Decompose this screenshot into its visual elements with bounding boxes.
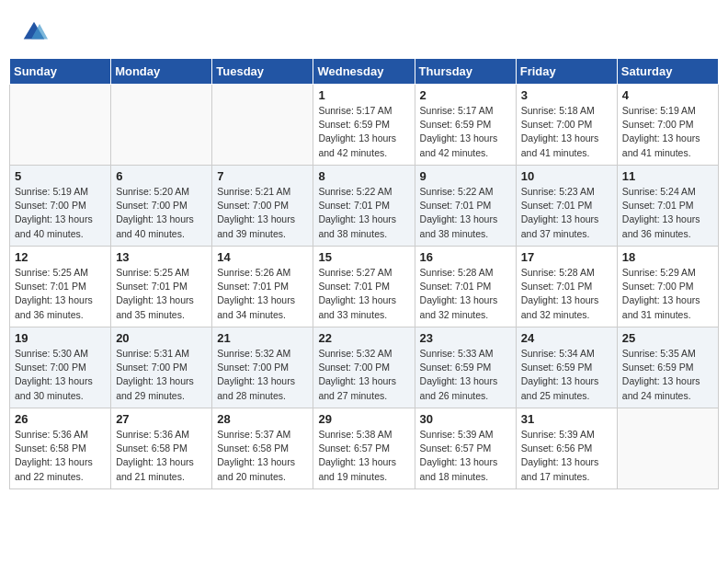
day-info: Sunrise: 5:23 AMSunset: 7:01 PMDaylight:… xyxy=(521,186,599,239)
calendar-week-row: 5 Sunrise: 5:19 AMSunset: 7:00 PMDayligh… xyxy=(10,166,719,247)
day-number: 16 xyxy=(420,250,511,264)
calendar-week-row: 26 Sunrise: 5:36 AMSunset: 6:58 PMDaylig… xyxy=(10,408,719,489)
day-info: Sunrise: 5:34 AMSunset: 6:59 PMDaylight:… xyxy=(521,348,599,401)
calendar-day-cell: 7 Sunrise: 5:21 AMSunset: 7:00 PMDayligh… xyxy=(212,166,313,247)
day-info: Sunrise: 5:25 AMSunset: 7:01 PMDaylight:… xyxy=(15,267,93,320)
calendar-day-cell: 23 Sunrise: 5:33 AMSunset: 6:59 PMDaylig… xyxy=(415,327,516,408)
calendar-week-row: 19 Sunrise: 5:30 AMSunset: 7:00 PMDaylig… xyxy=(10,327,719,408)
day-number: 17 xyxy=(521,250,612,264)
day-info: Sunrise: 5:28 AMSunset: 7:01 PMDaylight:… xyxy=(420,267,498,320)
calendar-day-cell: 20 Sunrise: 5:31 AMSunset: 7:00 PMDaylig… xyxy=(111,327,212,408)
calendar-day-cell: 28 Sunrise: 5:37 AMSunset: 6:58 PMDaylig… xyxy=(212,408,313,489)
page-header xyxy=(9,9,719,51)
calendar-day-cell: 30 Sunrise: 5:39 AMSunset: 6:57 PMDaylig… xyxy=(415,408,516,489)
day-number: 8 xyxy=(318,169,409,183)
day-info: Sunrise: 5:35 AMSunset: 6:59 PMDaylight:… xyxy=(622,348,700,401)
calendar-day-cell: 22 Sunrise: 5:32 AMSunset: 7:00 PMDaylig… xyxy=(313,327,415,408)
calendar-day-cell: 17 Sunrise: 5:28 AMSunset: 7:01 PMDaylig… xyxy=(516,247,617,327)
day-info: Sunrise: 5:36 AMSunset: 6:58 PMDaylight:… xyxy=(15,429,93,482)
day-number: 26 xyxy=(15,412,106,426)
day-number: 6 xyxy=(116,169,207,183)
calendar-day-cell: 10 Sunrise: 5:23 AMSunset: 7:01 PMDaylig… xyxy=(516,166,617,247)
day-info: Sunrise: 5:28 AMSunset: 7:01 PMDaylight:… xyxy=(521,267,599,320)
day-number: 29 xyxy=(318,412,409,426)
day-number: 7 xyxy=(217,169,308,183)
calendar-day-cell: 24 Sunrise: 5:34 AMSunset: 6:59 PMDaylig… xyxy=(516,327,617,408)
calendar-day-cell: 6 Sunrise: 5:20 AMSunset: 7:00 PMDayligh… xyxy=(111,166,212,247)
calendar-week-row: 12 Sunrise: 5:25 AMSunset: 7:01 PMDaylig… xyxy=(10,247,719,327)
day-info: Sunrise: 5:38 AMSunset: 6:57 PMDaylight:… xyxy=(318,429,396,482)
calendar-day-cell: 8 Sunrise: 5:22 AMSunset: 7:01 PMDayligh… xyxy=(313,166,415,247)
day-info: Sunrise: 5:31 AMSunset: 7:00 PMDaylight:… xyxy=(116,348,194,401)
weekday-header: Tuesday xyxy=(212,59,313,85)
day-number: 18 xyxy=(622,250,713,264)
calendar-day-cell: 13 Sunrise: 5:25 AMSunset: 7:01 PMDaylig… xyxy=(111,247,212,327)
day-number: 11 xyxy=(622,169,713,183)
day-info: Sunrise: 5:27 AMSunset: 7:01 PMDaylight:… xyxy=(318,267,396,320)
day-number: 10 xyxy=(521,169,612,183)
day-number: 28 xyxy=(217,412,308,426)
calendar-day-cell: 29 Sunrise: 5:38 AMSunset: 6:57 PMDaylig… xyxy=(313,408,415,489)
day-number: 27 xyxy=(116,412,207,426)
day-number: 14 xyxy=(217,250,308,264)
day-number: 25 xyxy=(622,331,713,345)
day-info: Sunrise: 5:39 AMSunset: 6:56 PMDaylight:… xyxy=(521,429,599,482)
day-info: Sunrise: 5:26 AMSunset: 7:01 PMDaylight:… xyxy=(217,267,295,320)
calendar-day-cell: 16 Sunrise: 5:28 AMSunset: 7:01 PMDaylig… xyxy=(415,247,516,327)
day-info: Sunrise: 5:36 AMSunset: 6:58 PMDaylight:… xyxy=(116,429,194,482)
calendar-day-cell: 3 Sunrise: 5:18 AMSunset: 7:00 PMDayligh… xyxy=(516,85,617,166)
calendar-day-cell: 19 Sunrise: 5:30 AMSunset: 7:00 PMDaylig… xyxy=(10,327,111,408)
day-info: Sunrise: 5:22 AMSunset: 7:01 PMDaylight:… xyxy=(318,186,396,239)
day-number: 4 xyxy=(622,88,713,102)
day-number: 23 xyxy=(420,331,511,345)
calendar-day-cell xyxy=(617,408,718,489)
calendar-day-cell: 25 Sunrise: 5:35 AMSunset: 6:59 PMDaylig… xyxy=(617,327,718,408)
day-info: Sunrise: 5:17 AMSunset: 6:59 PMDaylight:… xyxy=(420,105,498,158)
day-info: Sunrise: 5:33 AMSunset: 6:59 PMDaylight:… xyxy=(420,348,498,401)
day-number: 24 xyxy=(521,331,612,345)
calendar-day-cell: 18 Sunrise: 5:29 AMSunset: 7:00 PMDaylig… xyxy=(617,247,718,327)
day-number: 30 xyxy=(420,412,511,426)
day-number: 13 xyxy=(116,250,207,264)
day-info: Sunrise: 5:19 AMSunset: 7:00 PMDaylight:… xyxy=(622,105,700,158)
calendar-day-cell: 2 Sunrise: 5:17 AMSunset: 6:59 PMDayligh… xyxy=(415,85,516,166)
day-info: Sunrise: 5:22 AMSunset: 7:01 PMDaylight:… xyxy=(420,186,498,239)
weekday-header: Wednesday xyxy=(313,59,415,85)
day-number: 2 xyxy=(420,88,511,102)
weekday-header: Saturday xyxy=(617,59,718,85)
day-number: 19 xyxy=(15,331,106,345)
day-number: 21 xyxy=(217,331,308,345)
day-info: Sunrise: 5:39 AMSunset: 6:57 PMDaylight:… xyxy=(420,429,498,482)
day-number: 1 xyxy=(318,88,409,102)
calendar-day-cell: 21 Sunrise: 5:32 AMSunset: 7:00 PMDaylig… xyxy=(212,327,313,408)
day-info: Sunrise: 5:29 AMSunset: 7:00 PMDaylight:… xyxy=(622,267,700,320)
day-info: Sunrise: 5:17 AMSunset: 6:59 PMDaylight:… xyxy=(318,105,396,158)
calendar-header-row: SundayMondayTuesdayWednesdayThursdayFrid… xyxy=(10,59,719,85)
calendar-day-cell: 14 Sunrise: 5:26 AMSunset: 7:01 PMDaylig… xyxy=(212,247,313,327)
calendar-week-row: 1 Sunrise: 5:17 AMSunset: 6:59 PMDayligh… xyxy=(10,85,719,166)
calendar-day-cell: 4 Sunrise: 5:19 AMSunset: 7:00 PMDayligh… xyxy=(617,85,718,166)
day-number: 5 xyxy=(15,169,106,183)
day-info: Sunrise: 5:21 AMSunset: 7:00 PMDaylight:… xyxy=(217,186,295,239)
weekday-header: Thursday xyxy=(415,59,516,85)
day-number: 15 xyxy=(318,250,409,264)
weekday-header: Sunday xyxy=(10,59,111,85)
calendar-day-cell: 31 Sunrise: 5:39 AMSunset: 6:56 PMDaylig… xyxy=(516,408,617,489)
calendar-day-cell xyxy=(10,85,111,166)
calendar-day-cell xyxy=(212,85,313,166)
calendar-day-cell: 11 Sunrise: 5:24 AMSunset: 7:01 PMDaylig… xyxy=(617,166,718,247)
day-info: Sunrise: 5:30 AMSunset: 7:00 PMDaylight:… xyxy=(15,348,93,401)
day-info: Sunrise: 5:24 AMSunset: 7:01 PMDaylight:… xyxy=(622,186,700,239)
day-info: Sunrise: 5:37 AMSunset: 6:58 PMDaylight:… xyxy=(217,429,295,482)
day-number: 22 xyxy=(318,331,409,345)
day-number: 20 xyxy=(116,331,207,345)
day-info: Sunrise: 5:32 AMSunset: 7:00 PMDaylight:… xyxy=(217,348,295,401)
day-number: 3 xyxy=(521,88,612,102)
calendar-day-cell xyxy=(111,85,212,166)
day-info: Sunrise: 5:18 AMSunset: 7:00 PMDaylight:… xyxy=(521,105,599,158)
weekday-header: Friday xyxy=(516,59,617,85)
calendar-day-cell: 5 Sunrise: 5:19 AMSunset: 7:00 PMDayligh… xyxy=(10,166,111,247)
day-info: Sunrise: 5:19 AMSunset: 7:00 PMDaylight:… xyxy=(15,186,93,239)
calendar-day-cell: 27 Sunrise: 5:36 AMSunset: 6:58 PMDaylig… xyxy=(111,408,212,489)
logo xyxy=(18,18,48,46)
